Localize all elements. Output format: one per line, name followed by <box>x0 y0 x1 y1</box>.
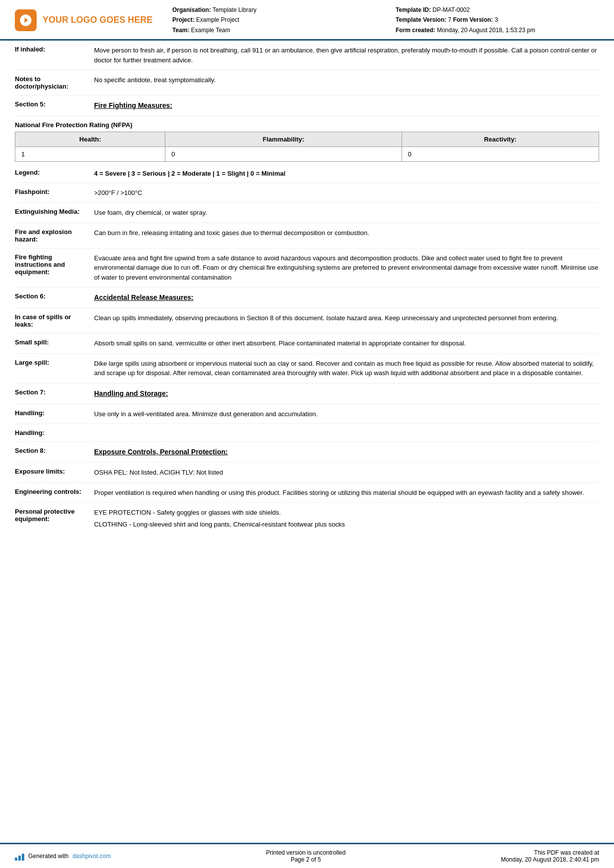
page-text: Page 2 of 5 <box>266 856 346 863</box>
engineering-label: Engineering controls: <box>15 488 94 498</box>
form-created-label: Form created: <box>396 27 435 34</box>
section7-label: Section 7: <box>15 388 94 399</box>
footer: Generated with dashpivot.com Printed ver… <box>0 843 614 868</box>
section7-row: Section 7: Handling and Storage: <box>15 384 599 404</box>
header-meta-left: Organisation: Template Library Project: … <box>172 5 376 35</box>
fire-fighting-row: Fire fighting instructions and equipment… <box>15 248 599 288</box>
org-label: Organisation: <box>172 6 211 13</box>
header: YOUR LOGO GOES HERE Organisation: Templa… <box>0 0 614 41</box>
spills-label: In case of spills or leaks: <box>15 313 94 328</box>
ppe-value: EYE PROTECTION - Safety goggles or glass… <box>94 508 599 529</box>
ppe-value2: CLOTHING - Long-sleeved shirt and long p… <box>94 520 599 530</box>
section5-heading: Fire Fighting Measures: <box>94 101 172 109</box>
footer-right: This PDF was created at Monday, 20 Augus… <box>501 849 599 863</box>
project-value: Example Project <box>196 16 239 23</box>
small-spill-value: Absorb small spills on sand, vermiculite… <box>94 338 599 348</box>
nfpa-header-health: Health: <box>15 132 165 147</box>
form-version-value: 3 <box>495 16 498 23</box>
section6-label: Section 6: <box>15 292 94 303</box>
project-label: Project: <box>172 16 195 23</box>
header-meta: Organisation: Template Library Project: … <box>172 5 599 35</box>
if-inhaled-label: If inhaled: <box>15 46 94 65</box>
footer-left: Generated with dashpivot.com <box>15 852 111 861</box>
nfpa-table: Health: Flammability: Reactivity: 1 0 0 <box>15 132 599 162</box>
large-spill-row: Large spill: Dike large spills using abs… <box>15 354 599 384</box>
if-inhaled-value: Move person to fresh air, if person is n… <box>94 46 599 65</box>
nfpa-section: National Fire Protection Rating (NFPA) H… <box>15 121 599 162</box>
nfpa-title: National Fire Protection Rating (NFPA) <box>15 121 599 129</box>
fire-explosion-value: Can burn in fire, releasing irritating a… <box>94 228 599 243</box>
section8-row: Section 8: Exposure Controls, Personal P… <box>15 442 599 463</box>
ppe-row: Personal protective equipment: EYE PROTE… <box>15 503 599 534</box>
printed-text: Printed version is uncontrolled <box>266 849 346 856</box>
bar2 <box>18 856 21 861</box>
generated-text: Generated with <box>28 853 68 860</box>
fire-fighting-label: Fire fighting instructions and equipment… <box>15 253 94 283</box>
section5-row: Section 5: Fire Fighting Measures: <box>15 96 599 116</box>
section6-heading: Accidental Release Measures: <box>94 293 194 301</box>
logo-text: YOUR LOGO GOES HERE <box>43 15 153 25</box>
handling2-value <box>94 429 599 436</box>
fire-explosion-label: Fire and explosion hazard: <box>15 228 94 243</box>
footer-center: Printed version is uncontrolled Page 2 o… <box>266 849 346 863</box>
team-value: Example Team <box>191 27 230 34</box>
handling1-row: Handling: Use only in a well-ventilated … <box>15 404 599 425</box>
handling2-row: Handling: <box>15 424 599 442</box>
dashpivot-link[interactable]: dashpivot.com <box>72 853 110 860</box>
handling1-label: Handling: <box>15 409 94 419</box>
flashpoint-row: Flashpoint: >200°F / >100°C <box>15 183 599 203</box>
notes-value: No specific antidote, treat symptomatica… <box>94 75 599 90</box>
handling2-label: Handling: <box>15 429 94 436</box>
handling1-value: Use only in a well-ventilated area. Mini… <box>94 409 599 419</box>
nfpa-value-health: 1 <box>15 147 165 162</box>
ppe-value1: EYE PROTECTION - Safety goggles or glass… <box>94 508 599 518</box>
section6-row: Section 6: Accidental Release Measures: <box>15 288 599 308</box>
engineering-row: Engineering controls: Proper ventilation… <box>15 483 599 503</box>
dashpivot-icon <box>15 852 24 861</box>
fire-fighting-value: Evacuate area and fight fire upwind from… <box>94 253 599 283</box>
nfpa-value-reactivity: 0 <box>402 147 599 162</box>
nfpa-header-reactivity: Reactivity: <box>402 132 599 147</box>
header-meta-right: Template ID: DP-MAT-0002 Template Versio… <box>396 5 599 35</box>
extinguishing-row: Extinguishing Media: Use foam, dry chemi… <box>15 203 599 223</box>
flashpoint-label: Flashpoint: <box>15 188 94 198</box>
flashpoint-value: >200°F / >100°C <box>94 188 599 198</box>
section8-label: Section 8: <box>15 447 94 457</box>
nfpa-value-flammability: 0 <box>165 147 402 162</box>
nfpa-header-flammability: Flammability: <box>165 132 402 147</box>
template-version-value: 7 <box>448 16 452 23</box>
template-id-value: DP-MAT-0002 <box>432 6 469 13</box>
logo-area: YOUR LOGO GOES HERE <box>15 5 153 35</box>
org-value: Template Library <box>212 6 256 13</box>
notes-row: Notes to doctor/physician: No specific a… <box>15 70 599 96</box>
section8-heading: Exposure Controls, Personal Protection: <box>94 448 228 456</box>
form-created-value: Monday, 20 August 2018, 1:53:23 pm <box>437 27 535 34</box>
legend-label: Legend: <box>15 169 94 179</box>
team-label: Team: <box>172 27 189 34</box>
extinguishing-label: Extinguishing Media: <box>15 208 94 218</box>
template-id-label: Template ID: <box>396 6 431 13</box>
engineering-value: Proper ventilation is required when hand… <box>94 488 599 498</box>
extinguishing-value: Use foam, dry chemical, or water spray. <box>94 208 599 218</box>
small-spill-row: Small spill: Absorb small spills on sand… <box>15 334 599 354</box>
large-spill-value: Dike large spills using absorbent or imp… <box>94 359 599 378</box>
exposure-value: OSHA PEL: Not listed, ACIGH TLV: Not lis… <box>94 468 599 478</box>
page: YOUR LOGO GOES HERE Organisation: Templa… <box>0 0 614 868</box>
fire-explosion-row: Fire and explosion hazard: Can burn in f… <box>15 223 599 248</box>
notes-label: Notes to doctor/physician: <box>15 75 94 90</box>
pdf-text: This PDF was created at <box>501 849 599 856</box>
section7-heading: Handling and Storage: <box>94 389 168 397</box>
section8-value: Exposure Controls, Personal Protection: <box>94 447 599 457</box>
form-version-label: Form Version: <box>453 16 493 23</box>
content: If inhaled: Move person to fresh air, if… <box>0 41 614 843</box>
section5-value: Fire Fighting Measures: <box>94 100 599 111</box>
logo-icon <box>15 9 37 31</box>
spills-value: Clean up spills immediately, observing p… <box>94 313 599 328</box>
if-inhaled-row: If inhaled: Move person to fresh air, if… <box>15 41 599 70</box>
section7-value: Handling and Storage: <box>94 388 599 399</box>
large-spill-label: Large spill: <box>15 359 94 378</box>
small-spill-label: Small spill: <box>15 338 94 348</box>
ppe-label: Personal protective equipment: <box>15 508 94 529</box>
pdf-date: Monday, 20 August 2018, 2:40:41 pm <box>501 856 599 863</box>
legend-value: 4 = Severe | 3 = Serious | 2 = Moderate … <box>94 169 599 179</box>
